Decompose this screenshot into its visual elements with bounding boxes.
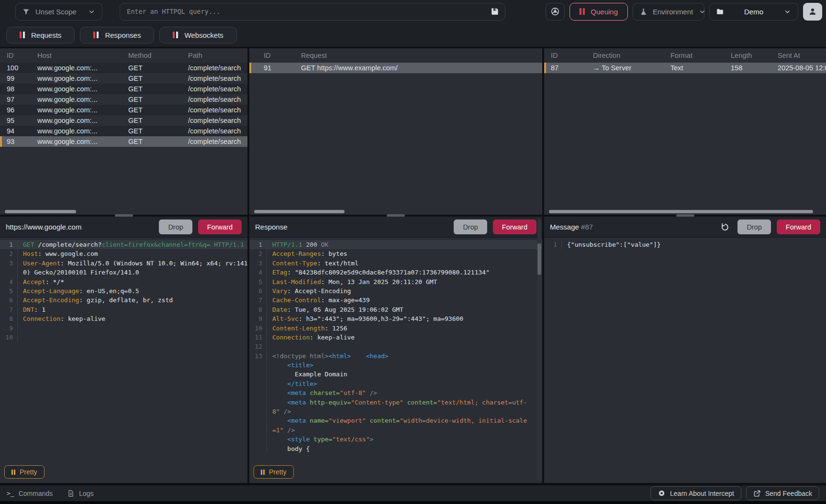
table-row[interactable]: 96www.google.com:...GET/complete/search [0,105,247,115]
environment-label: Environment [653,8,693,16]
environment-dropdown[interactable]: Environment [633,3,704,21]
horizontal-scrollbar[interactable] [254,210,537,213]
code-line: 5Last-Modified: Mon, 13 Jan 2025 20:11:2… [249,277,542,286]
terminal-icon: >_ [7,490,14,497]
column-header[interactable]: Host [31,52,122,59]
undo-icon [720,222,730,232]
code-line: <meta name="viewport" content="width=dev… [249,416,542,425]
line-number: 4 [249,268,267,277]
code-line: 3Content-Type: text/html [249,259,542,268]
project-dropdown[interactable]: Demo [709,3,798,21]
code-line: <meta charset="utf-8" /> [249,388,542,397]
line-number [249,426,267,435]
pause-icon [93,32,99,38]
horizontal-scrollbar[interactable] [5,210,243,213]
cell-method: GET [122,75,181,82]
column-header[interactable]: Method [122,52,181,59]
chevron-down-icon [783,8,792,16]
response-editor[interactable]: 1HTTP/1.1 200 OK2Accept-Ranges: bytes3Co… [249,238,542,483]
scrollbar-thumb[interactable] [549,210,813,213]
line-number [249,379,267,388]
learn-about-intercept-button[interactable]: Learn About Intercept [650,486,741,500]
column-header[interactable]: Request [294,52,542,59]
message-id: #87 [581,223,593,231]
table-row[interactable]: 94www.google.com:...GET/complete/search [0,126,247,136]
column-header[interactable]: Direction [586,52,664,59]
cell-host: www.google.com:... [31,75,122,82]
toggle-requests[interactable]: Requests [6,27,75,44]
cell-host: www.google.com:... [31,96,122,103]
scrollbar-thumb[interactable] [5,210,76,213]
chevron-down-icon [88,8,96,16]
scrollbar-thumb[interactable] [254,210,345,213]
code-line: 0) Gecko/20100101 Firefox/141.0 [0,268,247,277]
code-line: 7DNT: 1 [0,305,247,314]
drop-button[interactable]: Drop [159,219,192,234]
save-icon[interactable] [490,7,500,16]
vertical-scrollbar[interactable] [537,219,541,481]
code-line: 11Connection: keep-alive [249,333,542,342]
code-line: 4ETag: "84238dfc8092e5d9c0dac8ef93371a07… [249,268,542,277]
forward-button[interactable]: Forward [198,219,242,234]
toggle-websockets[interactable]: Websockets [159,27,236,44]
messages-column: IDDirectionFormatLengthSent At 87→ To Se… [544,48,826,483]
table-row[interactable]: 99www.google.com:...GET/complete/search [0,73,247,84]
cell-method: GET [122,117,181,124]
toggle-responses[interactable]: Responses [80,27,154,44]
commands-label: Commands [19,490,53,497]
drop-button[interactable]: Drop [454,219,487,234]
table-row[interactable]: 97www.google.com:...GET/complete/search [0,94,247,105]
code-line: 1{"unsubscribe":["value"]} [544,240,826,249]
table-row[interactable]: 100www.google.com:...GET/complete/search [0,63,247,73]
column-header[interactable]: ID [544,52,586,59]
table-row[interactable]: 95www.google.com:...GET/complete/search [0,115,247,126]
horizontal-scrollbar[interactable] [549,210,821,213]
column-header[interactable]: Path [181,52,247,59]
line-number [249,444,267,453]
column-header[interactable]: Format [664,52,724,59]
pause-icon [173,32,178,38]
scope-dropdown[interactable]: Unset Scope [15,3,102,21]
code-line: body { [249,444,542,453]
column-header[interactable]: Sent At [771,52,826,59]
column-header[interactable]: Length [724,52,771,59]
scrollbar-thumb[interactable] [537,243,541,275]
column-header[interactable]: ID [0,52,31,59]
table-row[interactable]: 87→ To ServerText1582025-08-05 12:0 [544,63,826,73]
queue-column: IDRequest 91GET https://www.example.com/… [249,48,542,483]
column-header[interactable]: ID [249,52,294,59]
httpql-query-container [120,3,505,21]
intercept-app: Unset Scope Queuing [0,0,826,501]
line-number: 4 [0,277,18,286]
code-line: <style type="text/css"> [249,435,542,444]
line-number: 8 [0,314,18,323]
browser-button[interactable] [546,3,565,21]
forward-button[interactable]: Forward [777,219,820,234]
cell-host: www.google.com:... [31,85,122,93]
line-number: 12 [249,342,267,351]
logs-button[interactable]: Logs [67,490,93,497]
cell-id: 94 [0,127,31,135]
code-line: 8Date: Tue, 05 Aug 2025 19:06:02 GMT [249,305,542,314]
request-panel-header: https://www.google.com Drop Forward [0,217,247,238]
account-button[interactable] [803,3,822,21]
table-row[interactable]: 98www.google.com:...GET/complete/search [0,84,247,94]
request-editor[interactable]: 1GET /complete/search?client=firefox&cha… [0,238,247,483]
drop-button[interactable]: Drop [737,219,770,234]
table-row[interactable]: 93www.google.com:...GET/complete/search [0,136,247,147]
cell-id: 99 [0,75,31,82]
table-row[interactable]: 91GET https://www.example.com/ [249,63,542,73]
queuing-toggle-button[interactable]: Queuing [569,3,628,21]
send-feedback-button[interactable]: Send Feedback [746,486,819,500]
pretty-toggle[interactable]: Pretty [254,465,294,479]
commands-button[interactable]: >_ Commands [7,490,53,497]
message-editor[interactable]: 1{"unsubscribe":["value"]} [544,238,826,483]
cell-method: GET [122,96,181,103]
code-line: =1" /> [249,426,542,435]
code-line: 8" /> [249,407,542,416]
undo-button[interactable] [718,220,732,234]
httpql-query-input[interactable] [120,3,505,21]
code-line: 6Accept-Encoding: gzip, deflate, br, zst… [0,296,247,305]
pretty-toggle[interactable]: Pretty [4,465,45,479]
forward-button[interactable]: Forward [493,219,536,234]
